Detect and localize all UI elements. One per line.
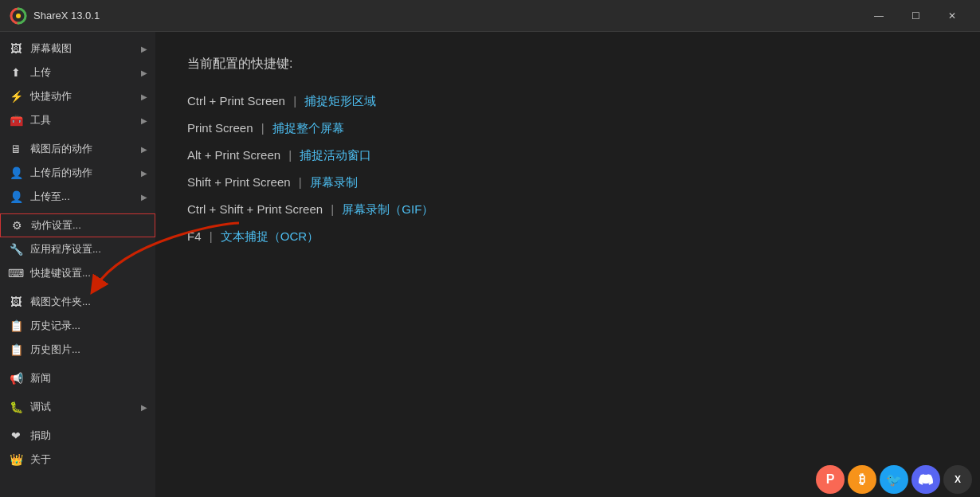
shortcut-separator: | bbox=[296, 175, 305, 189]
quick-actions-icon: ⚡ bbox=[8, 88, 24, 104]
image-history-icon: 📋 bbox=[8, 342, 24, 358]
sidebar-label-action-settings: 动作设置... bbox=[31, 218, 81, 233]
shortcut-description: 捕捉整个屏幕 bbox=[272, 121, 344, 135]
sidebar-item-capture-folder[interactable]: 🖼截图文件夹... bbox=[0, 290, 155, 314]
submenu-arrow-icon: ▶ bbox=[141, 92, 147, 101]
patreon-button[interactable]: P bbox=[816, 465, 845, 494]
after-capture-icon: 🖥 bbox=[8, 141, 24, 157]
sidebar-item-after-capture[interactable]: 🖥截图后的动作▶ bbox=[0, 137, 155, 161]
sidebar-item-hotkey-settings[interactable]: ⌨快捷键设置... bbox=[0, 261, 155, 285]
capture-folder-icon: 🖼 bbox=[8, 294, 24, 310]
sidebar-label-app-settings: 应用程序设置... bbox=[30, 242, 101, 256]
about-icon: 👑 bbox=[8, 452, 24, 468]
shortcut-description: 文本捕捉（OCR） bbox=[221, 229, 319, 243]
submenu-arrow-icon: ▶ bbox=[141, 45, 147, 53]
sidebar-label-tools: 工具 bbox=[30, 113, 51, 127]
app-title: ShareX 13.0.1 bbox=[33, 10, 860, 22]
sidebar-label-debug: 调试 bbox=[30, 400, 51, 414]
sharex-link-button[interactable]: X bbox=[943, 465, 972, 494]
shortcut-separator: | bbox=[206, 229, 216, 243]
action-settings-icon: ⚙ bbox=[9, 217, 25, 233]
sidebar-label-upload: 上传 bbox=[30, 65, 51, 80]
app-settings-icon: 🔧 bbox=[8, 241, 24, 257]
sidebar-item-action-settings[interactable]: ⚙动作设置... bbox=[0, 213, 155, 237]
sidebar: 🖼屏幕截图▶⬆上传▶⚡快捷动作▶🧰工具▶🖥截图后的动作▶👤上传后的动作▶👤上传至… bbox=[0, 32, 155, 497]
shortcut-key: Print Screen bbox=[187, 121, 253, 135]
tools-icon: 🧰 bbox=[8, 112, 24, 128]
sidebar-label-after-capture: 截图后的动作 bbox=[30, 142, 92, 156]
sidebar-item-upload[interactable]: ⬆上传▶ bbox=[0, 61, 155, 84]
submenu-arrow-icon: ▶ bbox=[141, 68, 147, 77]
shortcut-separator: | bbox=[258, 121, 268, 135]
news-icon: 📢 bbox=[8, 370, 24, 386]
shortcut-item: Ctrl + Shift + Print Screen | 屏幕录制（GIF） bbox=[187, 200, 948, 219]
submenu-arrow-icon: ▶ bbox=[141, 116, 147, 125]
shortcut-description: 捕捉活动窗口 bbox=[300, 148, 371, 162]
hotkey-settings-icon: ⌨ bbox=[8, 265, 24, 281]
shortcut-description: 屏幕录制（GIF） bbox=[342, 202, 433, 216]
sidebar-item-tools[interactable]: 🧰工具▶ bbox=[0, 108, 155, 132]
sidebar-item-upload-to[interactable]: 👤上传至...▶ bbox=[0, 185, 155, 209]
close-button[interactable]: ✕ bbox=[934, 0, 970, 32]
main-layout: 🖼屏幕截图▶⬆上传▶⚡快捷动作▶🧰工具▶🖥截图后的动作▶👤上传后的动作▶👤上传至… bbox=[0, 32, 980, 497]
sidebar-item-news[interactable]: 📢新闻 bbox=[0, 366, 155, 390]
shortcuts-title: 当前配置的快捷键: bbox=[187, 56, 948, 72]
upload-to-icon: 👤 bbox=[8, 189, 24, 205]
shortcut-description: 屏幕录制 bbox=[310, 175, 358, 189]
sidebar-item-app-settings[interactable]: 🔧应用程序设置... bbox=[0, 237, 155, 261]
sidebar-label-history: 历史记录... bbox=[30, 319, 80, 333]
sidebar-label-upload-to: 上传至... bbox=[30, 190, 70, 204]
sidebar-item-history[interactable]: 📋历史记录... bbox=[0, 314, 155, 338]
sidebar-item-debug[interactable]: 🐛调试▶ bbox=[0, 395, 155, 419]
maximize-button[interactable]: ☐ bbox=[897, 0, 934, 32]
shortcut-item: Print Screen | 捕捉整个屏幕 bbox=[187, 119, 948, 138]
sidebar-label-quick-actions: 快捷动作 bbox=[30, 89, 72, 104]
titlebar: ShareX 13.0.1 — ☐ ✕ bbox=[0, 0, 980, 32]
sidebar-label-donate: 捐助 bbox=[30, 429, 51, 443]
sidebar-label-screenshot: 屏幕截图 bbox=[30, 41, 72, 56]
shortcut-key: Alt + Print Screen bbox=[187, 148, 280, 162]
shortcut-separator: | bbox=[327, 202, 337, 216]
shortcut-item: Shift + Print Screen | 屏幕录制 bbox=[187, 173, 948, 192]
twitter-button[interactable]: 🐦 bbox=[880, 465, 908, 494]
sidebar-item-quick-actions[interactable]: ⚡快捷动作▶ bbox=[0, 84, 155, 108]
sidebar-label-about: 关于 bbox=[30, 452, 51, 467]
shortcut-item: Ctrl + Print Screen | 捕捉矩形区域 bbox=[187, 92, 948, 111]
submenu-arrow-icon: ▶ bbox=[141, 169, 147, 178]
shortcut-separator: | bbox=[290, 94, 300, 108]
shortcut-key: Ctrl + Print Screen bbox=[187, 94, 285, 108]
shortcut-key: Ctrl + Shift + Print Screen bbox=[187, 202, 323, 216]
window-controls: — ☐ ✕ bbox=[860, 0, 970, 32]
content-area: 当前配置的快捷键: Ctrl + Print Screen | 捕捉矩形区域Pr… bbox=[155, 32, 980, 497]
sidebar-item-donate[interactable]: ❤捐助 bbox=[0, 424, 155, 448]
shortcut-description: 捕捉矩形区域 bbox=[304, 94, 376, 108]
sidebar-label-after-upload: 上传后的动作 bbox=[30, 166, 92, 180]
shortcut-item: Alt + Print Screen | 捕捉活动窗口 bbox=[187, 146, 948, 165]
screenshot-icon: 🖼 bbox=[8, 41, 24, 57]
sidebar-item-screenshot[interactable]: 🖼屏幕截图▶ bbox=[0, 37, 155, 61]
after-upload-icon: 👤 bbox=[8, 165, 24, 181]
sidebar-label-hotkey-settings: 快捷键设置... bbox=[30, 266, 91, 280]
app-logo bbox=[10, 7, 27, 25]
shortcut-separator: | bbox=[285, 148, 295, 162]
submenu-arrow-icon: ▶ bbox=[141, 193, 147, 202]
shortcut-key: Shift + Print Screen bbox=[187, 175, 291, 189]
sidebar-item-about[interactable]: 👑关于 bbox=[0, 448, 155, 472]
submenu-arrow-icon: ▶ bbox=[141, 403, 147, 412]
donate-icon: ❤ bbox=[8, 428, 24, 444]
discord-button[interactable] bbox=[911, 465, 940, 494]
minimize-button[interactable]: — bbox=[860, 0, 897, 32]
sidebar-item-after-upload[interactable]: 👤上传后的动作▶ bbox=[0, 161, 155, 185]
submenu-arrow-icon: ▶ bbox=[141, 145, 147, 154]
sidebar-item-image-history[interactable]: 📋历史图片... bbox=[0, 338, 155, 362]
shortcut-key: F4 bbox=[187, 229, 202, 243]
shortcut-item: F4 | 文本捕捉（OCR） bbox=[187, 227, 948, 246]
upload-icon: ⬆ bbox=[8, 65, 24, 80]
svg-point-1 bbox=[16, 14, 21, 18]
shortcut-list: Ctrl + Print Screen | 捕捉矩形区域Print Screen… bbox=[187, 92, 948, 246]
debug-icon: 🐛 bbox=[8, 399, 24, 415]
bitcoin-button[interactable]: ₿ bbox=[848, 465, 876, 494]
sidebar-label-capture-folder: 截图文件夹... bbox=[30, 295, 91, 309]
bottom-social-bar: P ₿ 🐦 X bbox=[808, 462, 980, 497]
history-icon: 📋 bbox=[8, 318, 24, 334]
